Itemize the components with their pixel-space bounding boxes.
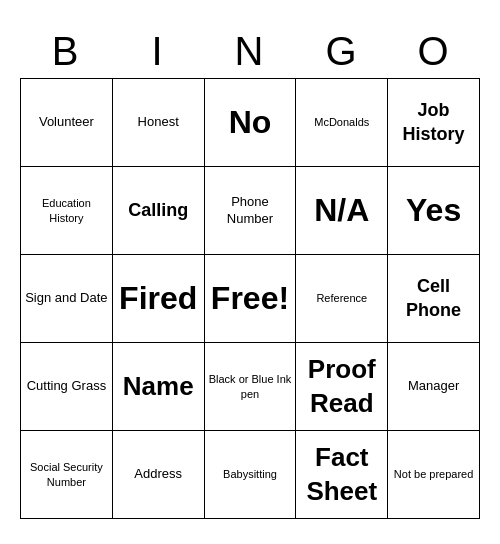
cell-r1-c2: Phone Number [205,167,297,255]
header-letter: O [388,25,480,78]
cell-r0-c1: Honest [113,79,205,167]
cell-r3-c3: Proof Read [296,343,388,431]
bingo-header: BINGO [20,25,480,78]
cell-r3-c4: Manager [388,343,480,431]
header-letter: I [112,25,204,78]
cell-r2-c4: Cell Phone [388,255,480,343]
cell-r4-c0: Social Security Number [21,431,113,519]
cell-r0-c0: Volunteer [21,79,113,167]
header-letter: G [296,25,388,78]
cell-r1-c3: N/A [296,167,388,255]
cell-r2-c3: Reference [296,255,388,343]
cell-r4-c3: Fact Sheet [296,431,388,519]
cell-r2-c2: Free! [205,255,297,343]
cell-r1-c0: Education History [21,167,113,255]
cell-r2-c1: Fired [113,255,205,343]
cell-r2-c0: Sign and Date [21,255,113,343]
bingo-card: BINGO VolunteerHonestNoMcDonaldsJob Hist… [10,15,490,529]
cell-r1-c1: Calling [113,167,205,255]
bingo-grid: VolunteerHonestNoMcDonaldsJob HistoryEdu… [20,78,480,519]
cell-r3-c1: Name [113,343,205,431]
cell-r4-c2: Babysitting [205,431,297,519]
header-letter: N [204,25,296,78]
cell-r3-c0: Cutting Grass [21,343,113,431]
cell-r4-c1: Address [113,431,205,519]
cell-r3-c2: Black or Blue Ink pen [205,343,297,431]
cell-r1-c4: Yes [388,167,480,255]
cell-r0-c4: Job History [388,79,480,167]
cell-r4-c4: Not be prepared [388,431,480,519]
header-letter: B [20,25,112,78]
cell-r0-c2: No [205,79,297,167]
cell-r0-c3: McDonalds [296,79,388,167]
